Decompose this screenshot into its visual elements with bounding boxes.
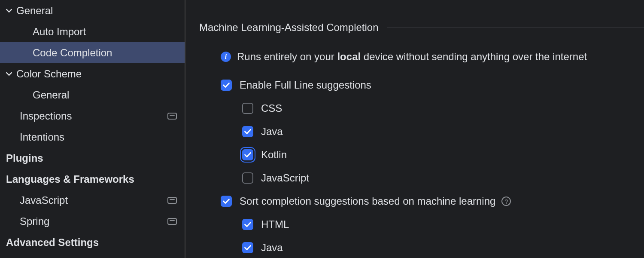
language-option: HTML bbox=[185, 218, 644, 230]
tree-item-label: Inspections bbox=[20, 110, 167, 122]
tree-item-label: Code Completion bbox=[33, 47, 177, 59]
tree-item-label: Intentions bbox=[20, 131, 177, 143]
info-text: Runs entirely on your local device witho… bbox=[237, 51, 587, 63]
info-text-suffix: device without sending anything over the… bbox=[361, 51, 587, 62]
info-icon: i bbox=[221, 52, 231, 62]
tree-item[interactable]: Code Completion bbox=[0, 42, 185, 63]
tree-item-label: General bbox=[16, 5, 177, 17]
settings-panel: Machine Learning-Assisted Completion i R… bbox=[185, 0, 644, 258]
tree-item[interactable]: Plugins bbox=[0, 147, 185, 169]
tree-item-label: Color Scheme bbox=[16, 68, 177, 80]
option-label: Enable Full Line suggestions bbox=[240, 79, 371, 91]
option-row: Sort completion suggestions based on mac… bbox=[185, 195, 644, 207]
tree-item[interactable]: Intentions bbox=[0, 126, 185, 147]
section-header: Machine Learning-Assisted Completion bbox=[185, 22, 644, 34]
option-label: Java bbox=[261, 242, 283, 254]
option-label: JavaScript bbox=[261, 172, 309, 184]
scope-badge-icon bbox=[167, 197, 177, 204]
tree-item-label: General bbox=[33, 89, 177, 101]
chevron-down-icon[interactable] bbox=[6, 8, 12, 14]
help-icon[interactable]: ? bbox=[501, 197, 511, 206]
tree-item[interactable]: Inspections bbox=[0, 105, 185, 126]
info-text-prefix: Runs entirely on your bbox=[237, 51, 337, 62]
language-option: CSS bbox=[185, 102, 644, 114]
tree-item-label: Spring bbox=[20, 215, 167, 227]
option-row: Enable Full Line suggestions bbox=[185, 79, 644, 91]
checkbox[interactable] bbox=[221, 196, 232, 207]
language-option: Kotlin bbox=[185, 149, 644, 161]
tree-item[interactable]: Color Scheme bbox=[0, 63, 185, 84]
scope-badge-icon bbox=[167, 113, 177, 120]
checkbox[interactable] bbox=[221, 80, 232, 91]
option-label: Kotlin bbox=[261, 149, 287, 161]
section-title: Machine Learning-Assisted Completion bbox=[199, 22, 379, 34]
info-row: i Runs entirely on your local device wit… bbox=[185, 51, 644, 63]
tree-item[interactable]: JavaScript bbox=[0, 190, 185, 211]
option-label: CSS bbox=[261, 102, 282, 114]
tree-item-label: Plugins bbox=[6, 152, 177, 164]
tree-item-label: Auto Import bbox=[33, 26, 177, 38]
checkbox[interactable] bbox=[242, 103, 253, 114]
option-label: Sort completion suggestions based on mac… bbox=[240, 195, 495, 207]
tree-item-label: Advanced Settings bbox=[6, 236, 177, 249]
checkbox[interactable] bbox=[242, 219, 253, 230]
settings-tree: GeneralAuto ImportCode CompletionColor S… bbox=[0, 0, 185, 258]
language-option: Java bbox=[185, 242, 644, 254]
checkbox[interactable] bbox=[242, 149, 253, 160]
section-divider bbox=[387, 28, 644, 28]
option-label: Java bbox=[261, 126, 283, 138]
checkbox[interactable] bbox=[242, 242, 253, 253]
checkbox[interactable] bbox=[242, 172, 253, 184]
tree-item[interactable]: Advanced Settings bbox=[0, 232, 185, 253]
checkbox[interactable] bbox=[242, 126, 253, 137]
scope-badge-icon bbox=[167, 218, 177, 225]
tree-item[interactable]: General bbox=[0, 84, 185, 105]
tree-item-label: Languages & Frameworks bbox=[6, 173, 177, 185]
info-text-bold: local bbox=[337, 51, 361, 62]
tree-item[interactable]: Languages & Frameworks bbox=[0, 169, 185, 190]
tree-item[interactable]: General bbox=[0, 0, 185, 21]
option-label: HTML bbox=[261, 218, 289, 230]
language-option: Java bbox=[185, 126, 644, 138]
tree-item[interactable]: Spring bbox=[0, 211, 185, 232]
tree-item[interactable]: Auto Import bbox=[0, 21, 185, 42]
chevron-down-icon[interactable] bbox=[6, 71, 12, 77]
language-option: JavaScript bbox=[185, 172, 644, 184]
tree-item-label: JavaScript bbox=[20, 194, 167, 206]
